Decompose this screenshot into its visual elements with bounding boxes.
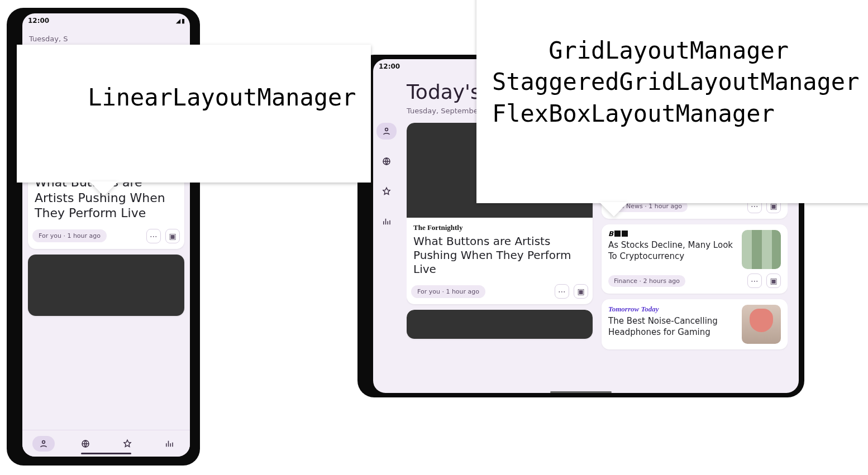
rail-person-icon[interactable] [376,123,397,140]
article-meta-chip: For you · 1 hour ago [411,285,485,298]
phone-date-label: Tuesday, S [29,35,183,43]
phone-clock: 12:00 [28,17,49,25]
collection-icon[interactable]: ▣ [766,274,781,288]
article-card[interactable] [407,310,593,339]
more-icon[interactable]: ⋯ [555,284,569,299]
rail-globe-icon[interactable] [376,153,397,170]
svg-point-2 [385,128,388,131]
list-item[interactable]: Tomorrow Today The Best Noise-Cancelling… [602,299,788,349]
phone-status-bar: 12:00 ◢ ▮ [22,13,190,27]
article-source-label: B [608,230,735,238]
article-card-image [407,310,593,339]
annotation-pointer-icon [89,181,118,196]
article-thumbnail [742,230,781,269]
collection-icon[interactable]: ▣ [165,229,180,243]
article-source-label: The Fortnightly [413,223,586,232]
collection-icon[interactable]: ▣ [574,284,588,299]
article-card[interactable] [28,255,184,316]
annotation-right: GridLayoutManager StaggeredGridLayoutMan… [476,0,868,203]
phone-status-icons: ◢ ▮ [176,17,184,25]
nav-globe-icon[interactable] [74,436,97,452]
annotation-text: GridLayoutManager StaggeredGridLayoutMan… [492,37,859,127]
article-title: The Best Noise-Cancelling Headphones for… [608,316,735,338]
more-icon[interactable]: ⋯ [747,274,762,288]
article-source-label: Tomorrow Today [608,305,735,314]
article-meta-chip: Finance · 2 hours ago [608,275,685,287]
article-meta-chip: For you · 1 hour ago [32,229,107,242]
list-item[interactable]: B As Stocks Decline, Many Look To Crypto… [602,224,788,294]
svg-point-0 [42,440,45,443]
tablet-clock: 12:00 [379,63,400,70]
article-title: As Stocks Decline, Many Look To Cryptocu… [608,240,735,262]
tablet-nav-rail [373,73,400,393]
rail-star-icon[interactable] [376,183,397,200]
nav-stats-icon[interactable] [158,436,180,452]
annotation-left: LinearLayoutManager [17,45,371,183]
article-thumbnail [742,305,781,344]
nav-person-icon[interactable] [32,436,55,452]
phone-home-indicator [81,453,131,454]
rail-stats-icon[interactable] [376,213,397,230]
annotation-text: LinearLayoutManager [88,84,356,111]
article-title: What Buttons are Artists Pushing When Th… [413,234,586,276]
annotation-pointer-icon [599,202,628,217]
nav-star-icon[interactable] [116,436,139,452]
more-icon[interactable]: ⋯ [146,229,161,243]
article-card-image [28,255,184,316]
